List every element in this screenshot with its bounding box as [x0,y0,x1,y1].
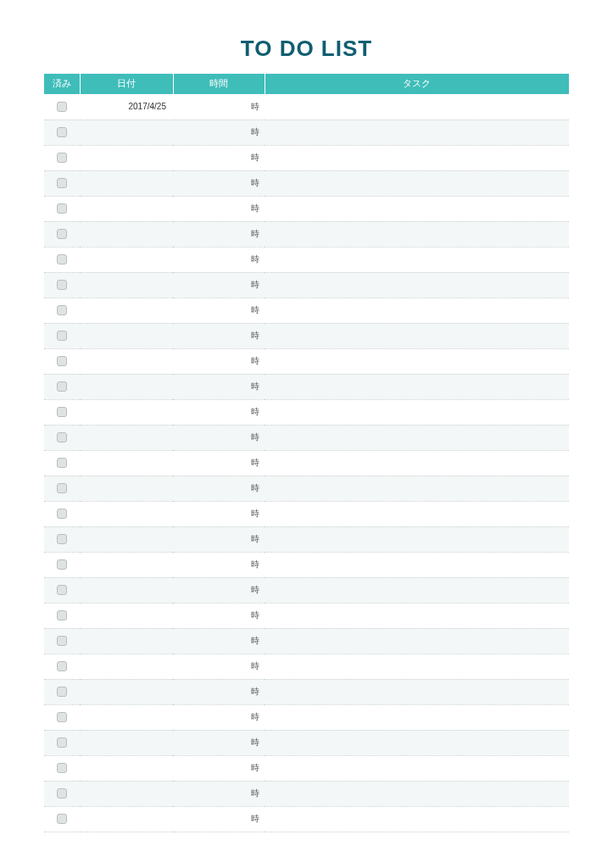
task-cell[interactable] [265,730,569,755]
done-checkbox[interactable] [57,153,67,163]
time-cell[interactable]: 時 [173,298,265,323]
date-cell[interactable] [80,272,173,298]
done-checkbox[interactable] [57,407,67,417]
time-cell[interactable]: 時 [173,247,265,272]
done-checkbox[interactable] [57,254,67,264]
date-cell[interactable] [80,704,173,730]
task-cell[interactable] [265,196,569,221]
done-checkbox[interactable] [57,687,67,697]
task-cell[interactable] [265,450,569,476]
date-cell[interactable] [80,374,173,399]
done-checkbox[interactable] [57,559,67,570]
done-checkbox[interactable] [57,280,67,290]
time-cell[interactable]: 時 [173,679,265,704]
time-cell[interactable]: 時 [173,628,265,654]
task-cell[interactable] [265,476,569,501]
time-cell[interactable]: 時 [173,730,265,755]
task-cell[interactable] [265,806,569,832]
time-cell[interactable]: 時 [173,323,265,348]
date-cell[interactable] [80,145,173,170]
done-checkbox[interactable] [57,636,67,646]
task-cell[interactable] [265,247,569,272]
date-cell[interactable]: 2017/4/25 [80,94,173,120]
date-cell[interactable] [80,806,173,832]
date-cell[interactable] [80,450,173,476]
done-checkbox[interactable] [57,458,67,468]
date-cell[interactable] [80,425,173,450]
done-checkbox[interactable] [57,178,67,188]
time-cell[interactable]: 時 [173,526,265,552]
time-cell[interactable]: 時 [173,654,265,679]
date-cell[interactable] [80,781,173,806]
done-checkbox[interactable] [57,610,67,620]
time-cell[interactable]: 時 [173,120,265,145]
task-cell[interactable] [265,221,569,247]
done-checkbox[interactable] [57,432,67,442]
done-checkbox[interactable] [57,509,67,519]
task-cell[interactable] [265,298,569,323]
task-cell[interactable] [265,654,569,679]
task-cell[interactable] [265,94,569,120]
time-cell[interactable]: 時 [173,704,265,730]
task-cell[interactable] [265,628,569,654]
task-cell[interactable] [265,425,569,450]
done-checkbox[interactable] [57,356,67,366]
date-cell[interactable] [80,170,173,196]
task-cell[interactable] [265,348,569,374]
time-cell[interactable]: 時 [173,399,265,425]
task-cell[interactable] [265,679,569,704]
task-cell[interactable] [265,781,569,806]
time-cell[interactable]: 時 [173,501,265,526]
done-checkbox[interactable] [57,661,67,671]
done-checkbox[interactable] [57,203,67,214]
date-cell[interactable] [80,552,173,577]
date-cell[interactable] [80,399,173,425]
task-cell[interactable] [265,120,569,145]
date-cell[interactable] [80,730,173,755]
time-cell[interactable]: 時 [173,348,265,374]
done-checkbox[interactable] [57,331,67,341]
date-cell[interactable] [80,679,173,704]
task-cell[interactable] [265,552,569,577]
task-cell[interactable] [265,272,569,298]
date-cell[interactable] [80,120,173,145]
time-cell[interactable]: 時 [173,272,265,298]
done-checkbox[interactable] [57,127,67,137]
time-cell[interactable]: 時 [173,476,265,501]
task-cell[interactable] [265,145,569,170]
done-checkbox[interactable] [57,102,67,112]
time-cell[interactable]: 時 [173,145,265,170]
time-cell[interactable]: 時 [173,577,265,603]
date-cell[interactable] [80,196,173,221]
date-cell[interactable] [80,526,173,552]
date-cell[interactable] [80,323,173,348]
done-checkbox[interactable] [57,788,67,798]
time-cell[interactable]: 時 [173,374,265,399]
time-cell[interactable]: 時 [173,781,265,806]
time-cell[interactable]: 時 [173,196,265,221]
time-cell[interactable]: 時 [173,450,265,476]
date-cell[interactable] [80,501,173,526]
done-checkbox[interactable] [57,534,67,544]
date-cell[interactable] [80,755,173,781]
task-cell[interactable] [265,577,569,603]
done-checkbox[interactable] [57,483,67,493]
time-cell[interactable]: 時 [173,425,265,450]
date-cell[interactable] [80,247,173,272]
done-checkbox[interactable] [57,763,67,773]
date-cell[interactable] [80,348,173,374]
date-cell[interactable] [80,628,173,654]
time-cell[interactable]: 時 [173,170,265,196]
time-cell[interactable]: 時 [173,221,265,247]
date-cell[interactable] [80,476,173,501]
done-checkbox[interactable] [57,712,67,722]
time-cell[interactable]: 時 [173,806,265,832]
date-cell[interactable] [80,221,173,247]
task-cell[interactable] [265,374,569,399]
done-checkbox[interactable] [57,585,67,595]
date-cell[interactable] [80,577,173,603]
date-cell[interactable] [80,603,173,628]
time-cell[interactable]: 時 [173,603,265,628]
task-cell[interactable] [265,603,569,628]
done-checkbox[interactable] [57,229,67,239]
